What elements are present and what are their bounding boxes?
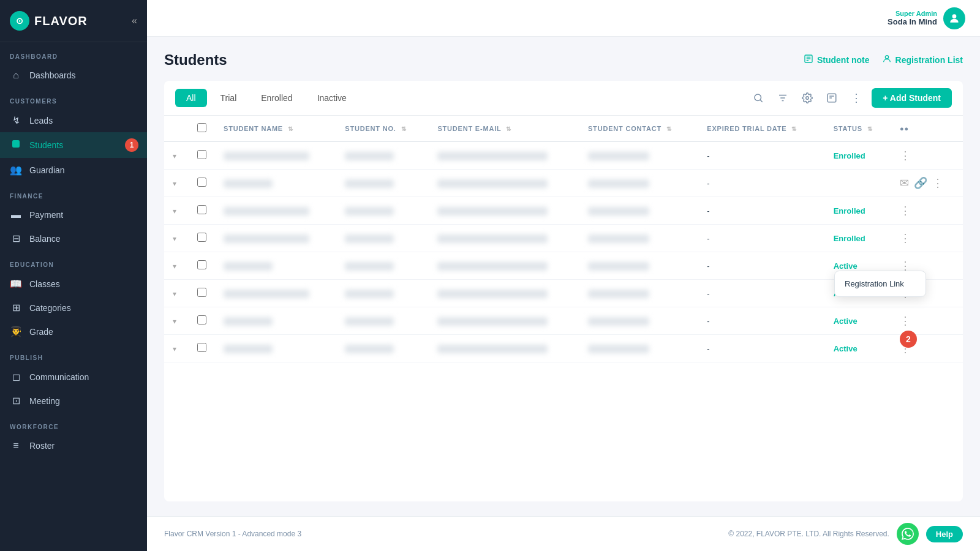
row-expand[interactable]: ▾ xyxy=(164,252,189,280)
select-all-checkbox[interactable] xyxy=(197,123,206,132)
sidebar-item-classes[interactable]: 📖 Classes xyxy=(0,272,147,296)
table-row: ▾ Student Name ST003 email@example.com +… xyxy=(164,197,963,225)
svg-point-7 xyxy=(755,94,761,101)
student-email: email@example.com xyxy=(429,141,579,170)
help-button[interactable]: Help xyxy=(926,526,963,542)
row-check[interactable] xyxy=(189,307,215,335)
trial-date: - xyxy=(698,141,824,170)
row-more-button[interactable]: ⋮ xyxy=(900,232,911,244)
registration-list-button[interactable]: Registration List xyxy=(882,54,963,66)
tab-inactive[interactable]: Inactive xyxy=(306,89,358,107)
row-actions-cell: ⋮ xyxy=(891,141,963,170)
footer: Flavor CRM Version 1 - Advanced mode 3 ©… xyxy=(147,516,980,551)
user-info: Super Admin Soda In Mind xyxy=(888,10,937,26)
sidebar: ⊙ FLAVOR « DASHBOARD ⌂ Dashboards CUSTOM… xyxy=(0,0,147,551)
sidebar-item-roster[interactable]: ≡ Roster xyxy=(0,434,147,457)
sidebar-item-guardian[interactable]: 👥 Guardian xyxy=(0,158,147,182)
email-action-icon[interactable]: ✉ xyxy=(900,176,909,190)
row-actions-cell: ⋮ xyxy=(891,307,963,335)
col-status[interactable]: STATUS ⇅ xyxy=(825,116,891,141)
sidebar-item-leads[interactable]: ↯ Leads xyxy=(0,108,147,132)
sidebar-item-label: Categories xyxy=(29,303,71,313)
page-actions: Student note Registration List xyxy=(804,54,963,66)
col-email[interactable]: STUDENT E-MAIL ⇅ xyxy=(429,116,579,141)
filter-tabs: All Trial Enrolled Inactive xyxy=(175,89,358,107)
student-name: Student Name xyxy=(215,280,336,307)
students-badge: 1 xyxy=(125,138,138,152)
student-no: ST003 xyxy=(336,197,429,225)
student-no: ST007 xyxy=(336,307,429,335)
section-finance: FINANCE xyxy=(0,182,147,203)
filter-button[interactable] xyxy=(774,90,792,106)
add-student-button[interactable]: + Add Student xyxy=(872,88,952,108)
roster-icon: ≡ xyxy=(10,440,22,451)
page-title: Students xyxy=(164,51,227,69)
col-actions: ●● xyxy=(891,116,963,141)
status-badge: Active xyxy=(834,317,858,326)
row-expand[interactable]: ▾ xyxy=(164,141,189,170)
row-expand[interactable]: ▾ xyxy=(164,280,189,307)
col-name[interactable]: STUDENT NAME ⇅ xyxy=(215,116,336,141)
row-check[interactable] xyxy=(189,225,215,252)
sidebar-item-students[interactable]: Students 1 xyxy=(0,132,147,158)
tab-enrolled[interactable]: Enrolled xyxy=(250,89,303,107)
row-more-button[interactable]: ⋮ xyxy=(900,149,911,162)
sidebar-item-label: Roster xyxy=(29,441,55,451)
row-expand[interactable]: ▾ xyxy=(164,170,189,197)
row-check[interactable] xyxy=(189,335,215,362)
row-expand[interactable]: ▾ xyxy=(164,197,189,225)
search-button[interactable] xyxy=(749,90,767,106)
row-expand[interactable]: ▾ xyxy=(164,225,189,252)
dropdown-item-registration-link[interactable]: Registration Link xyxy=(835,274,925,294)
whatsapp-button[interactable] xyxy=(897,523,919,545)
student-name: Student Name xyxy=(215,225,336,252)
row-more-button[interactable]: ⋮ xyxy=(932,176,943,190)
student-contact: +1234567890 xyxy=(579,141,698,170)
tab-trial[interactable]: Trial xyxy=(209,89,248,107)
student-note-button[interactable]: Student note xyxy=(804,54,870,66)
status-cell: Enrolled xyxy=(825,141,891,170)
col-trial-date[interactable]: EXPIRED TRIAL DATE ⇅ xyxy=(698,116,824,141)
row-check[interactable] xyxy=(189,197,215,225)
status-cell: Enrolled xyxy=(825,225,891,252)
row-check[interactable] xyxy=(189,141,215,170)
sidebar-item-communication[interactable]: ◻ Communication xyxy=(0,365,147,389)
version-text: Flavor CRM Version 1 - Advanced mode 3 xyxy=(164,530,301,538)
sidebar-item-payment[interactable]: ▬ Payment xyxy=(0,203,147,227)
copyright-text: © 2022, FLAVOR PTE. LTD. All Rights Rese… xyxy=(728,530,889,538)
sidebar-item-dashboards[interactable]: ⌂ Dashboards xyxy=(0,64,147,87)
col-contact[interactable]: STUDENT CONTACT ⇅ xyxy=(579,116,698,141)
col-no[interactable]: STUDENT NO. ⇅ xyxy=(336,116,429,141)
student-no: ST006 xyxy=(336,280,429,307)
export-button[interactable] xyxy=(823,90,841,106)
sidebar-item-label: Communication xyxy=(29,372,89,382)
row-check[interactable] xyxy=(189,252,215,280)
registration-list-label: Registration List xyxy=(895,55,963,65)
link-action-icon[interactable]: 🔗 xyxy=(914,176,927,190)
categories-icon: ⊞ xyxy=(10,302,22,313)
sidebar-logo: ⊙ FLAVOR « xyxy=(0,0,147,42)
note-icon xyxy=(804,54,813,66)
tab-all[interactable]: All xyxy=(175,89,207,107)
student-email: email@example.com xyxy=(429,170,579,197)
sidebar-item-categories[interactable]: ⊞ Categories xyxy=(0,296,147,320)
sidebar-item-meeting[interactable]: ⊡ Meeting xyxy=(0,389,147,413)
row-check[interactable] xyxy=(189,170,215,197)
student-email: student.name@example.com xyxy=(429,280,579,307)
trial-date: - xyxy=(698,335,824,362)
row-more-button[interactable]: ⋮ xyxy=(900,204,911,217)
row-check[interactable] xyxy=(189,280,215,307)
row-expand[interactable]: ▾ xyxy=(164,335,189,362)
filter-bar: All Trial Enrolled Inactive xyxy=(164,81,963,116)
trial-date: - xyxy=(698,170,824,197)
row-more-button[interactable]: ⋮ xyxy=(900,260,911,272)
row-more-button[interactable]: ⋮ xyxy=(900,315,911,327)
row-expand[interactable]: ▾ xyxy=(164,307,189,335)
settings-button[interactable] xyxy=(798,90,816,106)
student-no: ST002 xyxy=(336,170,429,197)
sidebar-item-grade[interactable]: 👨‍🎓 Grade xyxy=(0,320,147,343)
sidebar-item-label: Guardian xyxy=(29,165,65,175)
collapse-button[interactable]: « xyxy=(132,15,137,26)
more-options-button[interactable]: ⋮ xyxy=(847,89,865,107)
sidebar-item-balance[interactable]: ⊟ Balance xyxy=(0,227,147,250)
